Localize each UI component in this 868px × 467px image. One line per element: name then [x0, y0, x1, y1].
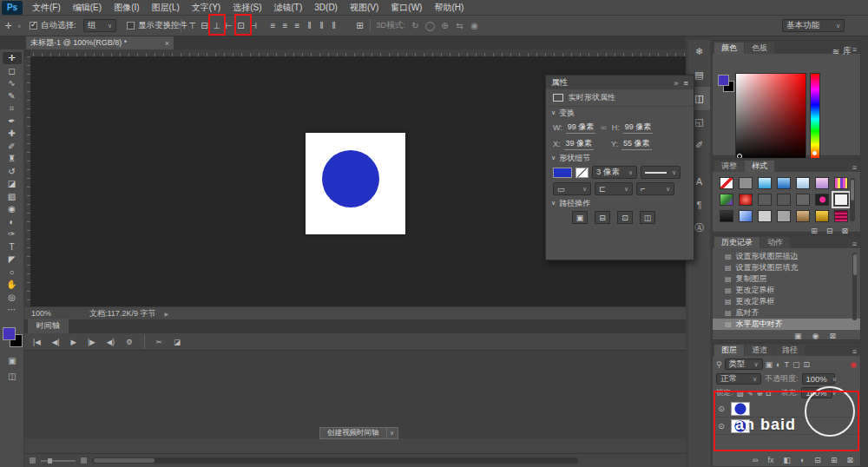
style-swatch[interactable] [720, 210, 733, 222]
menu-item[interactable]: 文件(F) [26, 0, 67, 16]
style-swatch[interactable] [815, 177, 829, 189]
menu-item[interactable]: 图像(I) [108, 0, 145, 16]
style-swatch[interactable] [796, 210, 810, 222]
style-swatch[interactable] [796, 194, 810, 206]
filter-shape-layers-icon[interactable]: ▢ [792, 360, 800, 369]
adjustment-layer-button[interactable]: ◐ [800, 456, 805, 464]
zoom-tool[interactable]: ◎ [3, 292, 22, 304]
color-field[interactable] [735, 73, 806, 161]
subtract-shape-button[interactable]: ⊟ [595, 211, 610, 224]
align-top-edges-button[interactable]: ⊤ [187, 18, 198, 33]
delete-layer-button[interactable]: ⊠ [846, 456, 853, 464]
3d-roll-icon[interactable]: ◯ [424, 18, 436, 33]
add-mask-button[interactable]: ◧ [783, 456, 791, 464]
hue-slider-marker[interactable] [812, 151, 817, 155]
panel-menu-icon[interactable]: ≡ [683, 78, 688, 88]
prev-frame-button[interactable]: ◀| [52, 338, 60, 346]
menu-item[interactable]: 选择(S) [227, 0, 267, 16]
style-swatch[interactable] [758, 177, 772, 189]
style-swatch[interactable] [758, 194, 772, 206]
fill-color-swatch[interactable] [553, 168, 572, 178]
type-tool[interactable]: T [3, 241, 22, 253]
clone-stamp-tool[interactable]: ♜ [3, 153, 22, 165]
intersect-shapes-button[interactable]: ⊡ [617, 211, 633, 224]
dock-icon-filters[interactable]: ❄ [688, 40, 710, 63]
auto-select-dropdown[interactable]: 组 ∨ [83, 19, 116, 32]
collapse-panel-icon[interactable]: » [674, 78, 678, 88]
hand-tool[interactable]: ✋ [3, 279, 22, 291]
timeline-settings-button[interactable]: ⚙ [126, 338, 133, 346]
filter-type-layers-icon[interactable]: T [785, 360, 790, 369]
menu-item[interactable]: 帮助(H) [428, 0, 470, 16]
y-field[interactable]: 55 像素 [621, 138, 652, 150]
path-operations-section-header[interactable]: ∨ 路径操作 [546, 197, 694, 209]
style-swatch[interactable] [720, 194, 733, 206]
timeline-tab[interactable]: 时间轴 [28, 319, 69, 333]
close-icon[interactable]: × [165, 39, 169, 48]
stroke-caps-dropdown[interactable]: ⊏ ∨ [595, 182, 633, 195]
history-scrollbar[interactable] [852, 253, 857, 320]
timeline-scrollbar[interactable] [92, 457, 578, 464]
menu-item[interactable]: 视图(V) [344, 0, 385, 16]
tool-preset-caret-icon[interactable]: ∨ [17, 18, 21, 33]
hue-slider[interactable] [810, 73, 820, 161]
x-field[interactable]: 39 像素 [564, 138, 595, 150]
timeline-zoom-in-icon[interactable] [81, 457, 87, 464]
layer-style-button[interactable]: fx [767, 456, 773, 464]
auto-align-layers-button[interactable]: ⊞ [354, 18, 365, 33]
filter-smart-objects-icon[interactable]: ⊡ [804, 360, 811, 369]
distribute-top-button[interactable]: ≡ [267, 18, 279, 33]
style-swatch[interactable] [739, 210, 753, 222]
style-swatch[interactable] [777, 177, 791, 189]
create-video-timeline-button[interactable]: 创建视频时间轴 [319, 427, 387, 439]
auto-select-checkbox[interactable] [30, 22, 37, 30]
create-timeline-dropdown[interactable]: ∨ [387, 427, 398, 439]
style-swatch[interactable] [720, 177, 733, 189]
crop-tool[interactable]: ⌗ [3, 102, 22, 115]
style-swatch[interactable] [777, 210, 791, 222]
combine-shapes-button[interactable]: ▣ [572, 211, 588, 224]
show-transform-checkbox[interactable] [127, 22, 135, 30]
style-swatch[interactable] [739, 194, 753, 206]
stroke-corners-dropdown[interactable]: ⌐ ∨ [636, 182, 674, 195]
screen-mode-button[interactable]: ◫ [3, 370, 21, 382]
panel-menu-icon[interactable]: ≡ [852, 347, 860, 356]
new-layer-button[interactable]: ⊞ [831, 456, 838, 464]
transition-button[interactable]: ◪ [174, 338, 181, 346]
next-frame-button[interactable]: |▶ [88, 338, 95, 346]
distribute-bottom-button[interactable]: ≡ [292, 18, 303, 33]
new-snapshot-button[interactable]: ◉ [812, 332, 819, 340]
new-document-from-state-button[interactable]: ▣ [794, 332, 802, 340]
style-swatch[interactable] [777, 194, 791, 206]
style-swatch[interactable] [758, 210, 772, 222]
timeline-zoom-out-icon[interactable] [30, 457, 36, 464]
blue-circle-shape[interactable] [322, 150, 379, 207]
stroke-color-swatch[interactable] [575, 168, 589, 178]
opacity-dropdown[interactable]: 100% ∨ [802, 373, 835, 385]
blur-tool[interactable]: ◉ [3, 203, 22, 215]
3d-scale-icon[interactable]: ◉ [469, 18, 480, 33]
history-brush-tool[interactable]: ↺ [3, 166, 22, 178]
panel-menu-icon[interactable]: ≡ [852, 163, 860, 172]
play-button[interactable]: ▶ [71, 338, 77, 346]
quick-mask-button[interactable]: ▣ [3, 354, 21, 366]
menu-item[interactable]: 窗口(W) [385, 0, 428, 16]
menu-item[interactable]: 3D(D) [308, 0, 344, 16]
delete-state-button[interactable]: ⊠ [829, 332, 836, 340]
more-tools[interactable]: ⋯ [3, 304, 22, 316]
status-arrow-icon[interactable]: ▶ [164, 311, 168, 317]
new-group-button[interactable]: ⊟ [814, 456, 821, 464]
artboard[interactable] [306, 133, 405, 234]
distribute-right-button[interactable]: ‖ [328, 18, 339, 33]
link-wh-icon[interactable]: ∞ [601, 123, 606, 132]
stroke-width-dropdown[interactable]: 3 像素 ∨ [592, 166, 637, 179]
zoom-level[interactable]: 100% [31, 309, 51, 318]
exclude-shapes-button[interactable]: ◫ [640, 211, 655, 224]
distribute-vertical-centers-button[interactable]: ≡ [279, 18, 291, 33]
path-selection-tool[interactable]: ◤ [3, 253, 22, 266]
3d-slide-icon[interactable]: ⇆ [454, 18, 465, 33]
move-tool[interactable]: ✛ [3, 52, 22, 64]
distribute-left-button[interactable]: ‖ [304, 18, 315, 33]
stroke-style-dropdown[interactable]: ∨ [641, 166, 681, 179]
style-swatch[interactable] [739, 177, 753, 189]
